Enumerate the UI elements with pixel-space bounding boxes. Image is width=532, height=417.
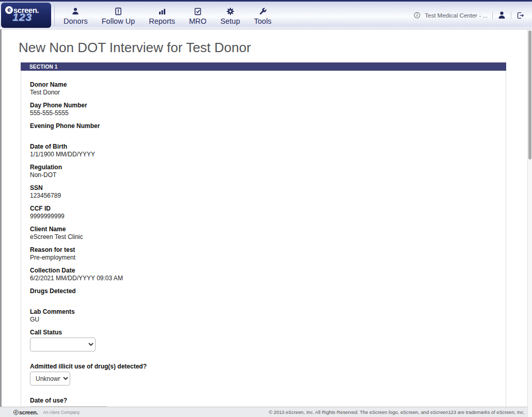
field-label: SSN	[30, 184, 506, 192]
admitted-use-select[interactable]: Unknown	[30, 372, 70, 386]
bar-chart-icon	[158, 7, 166, 16]
header-divider	[54, 5, 55, 26]
main-nav: Donors Follow Up Reports MRO Setup	[64, 2, 272, 29]
page-title: New Non DOT Interview for Test Donor	[19, 40, 527, 56]
field-value: 6/2/2021 MM/DD/YYYY 09:03 AM	[30, 275, 506, 282]
field-value: eScreen Test Clinic	[30, 233, 506, 241]
field-label: Date of Birth	[30, 143, 506, 151]
field-value: 123456789	[30, 192, 506, 200]
nav-item-reports[interactable]: Reports	[149, 6, 175, 25]
field-evening-phone: Evening Phone Number	[30, 122, 506, 138]
divider	[492, 12, 493, 19]
section-1-body: Donor Name Test Donor Day Phone Number 5…	[21, 71, 506, 417]
field-label: Drugs Detected	[30, 287, 506, 295]
field-reason-for-test: Reason for test Pre-employment	[30, 246, 506, 262]
field-label: Reason for test	[30, 246, 506, 254]
section-1-panel: SECTION 1 Donor Name Test Donor Day Phon…	[21, 62, 506, 417]
vertical-scrollbar-track[interactable]	[527, 29, 532, 417]
footer-copyright: © 2013 eScreen, Inc. All Rights Reserved…	[269, 410, 525, 415]
field-label: Day Phone Number	[30, 102, 506, 109]
field-date-of-birth: Date of Birth 1/1/1900 MM/DD/YYYY	[30, 143, 506, 158]
escreen123-logo[interactable]: e screen. 123	[1, 3, 51, 28]
footer-escreen-logo: e screen.	[13, 409, 38, 415]
field-value: Pre-employment	[30, 254, 506, 262]
field-value	[30, 130, 506, 138]
field-label: Regulation	[30, 164, 506, 171]
page-footer: e screen. An Alere Company © 2013 eScree…	[0, 407, 527, 417]
user-icon[interactable]	[497, 11, 506, 20]
nav-label: Donors	[64, 17, 88, 25]
field-label: Collection Date	[30, 267, 506, 275]
nav-item-tools[interactable]: Tools	[254, 6, 272, 25]
field-admitted-illicit-use: Admitted illicit use of drug(s) detected…	[30, 363, 506, 392]
escreen-e-icon: e	[13, 410, 19, 415]
info-icon	[414, 12, 420, 19]
field-collection-date: Collection Date 6/2/2021 MM/DD/YYYY 09:0…	[30, 267, 506, 282]
clipboard-check-icon	[194, 7, 201, 16]
field-value: 9999999999	[30, 213, 506, 220]
field-label: Date of use?	[30, 397, 506, 405]
nav-item-donors[interactable]: Donors	[64, 6, 88, 25]
footer-brand-text: screen.	[19, 409, 38, 415]
nav-label: Follow Up	[102, 17, 135, 25]
nav-item-mro[interactable]: MRO	[189, 6, 207, 25]
call-status-select[interactable]	[30, 338, 96, 351]
logout-icon[interactable]	[516, 11, 525, 20]
field-regulation: Regulation Non-DOT	[30, 164, 506, 179]
field-ccf-id: CCF ID 9999999999	[30, 205, 506, 220]
field-donor-name: Donor Name Test Donor	[30, 81, 506, 97]
nav-label: Reports	[149, 17, 175, 25]
wrench-icon	[259, 7, 267, 16]
field-lab-comments: Lab Comments GU	[30, 308, 506, 324]
gear-icon	[226, 7, 234, 16]
field-label: Lab Comments	[30, 308, 506, 316]
field-label: Donor Name	[30, 81, 506, 89]
field-client-name: Client Name eScreen Test Clinic	[30, 226, 506, 241]
person-icon	[71, 7, 80, 16]
alert-document-icon	[115, 7, 122, 16]
field-value	[30, 295, 506, 303]
vertical-scrollbar-thumb[interactable]	[528, 30, 531, 159]
field-value: Non-DOT	[30, 171, 506, 179]
nav-item-setup[interactable]: Setup	[221, 6, 240, 25]
nav-label: MRO	[189, 17, 207, 25]
account-area: Test Medical Center - ...	[414, 2, 532, 29]
footer-tagline: An Alere Company	[43, 410, 80, 415]
nav-item-follow-up[interactable]: Follow Up	[102, 6, 135, 25]
field-label: CCF ID	[30, 205, 506, 213]
field-value: 555-555-5555	[30, 109, 506, 117]
field-label: Client Name	[30, 226, 506, 233]
window-left-edge	[0, 29, 2, 417]
field-day-phone: Day Phone Number 555-555-5555	[30, 102, 506, 117]
top-navigation-bar: e screen. 123 Donors Follow Up Reports	[0, 0, 532, 29]
field-value: 1/1/1900 MM/DD/YYYY	[30, 151, 506, 158]
field-label: Call Status	[30, 329, 506, 336]
section-1-header: SECTION 1	[21, 62, 506, 71]
field-drugs-detected: Drugs Detected	[30, 287, 506, 303]
nav-label: Setup	[221, 17, 240, 25]
nav-label: Tools	[254, 17, 272, 25]
facility-name[interactable]: Test Medical Center - ...	[425, 12, 488, 19]
escreen-e-icon: e	[5, 6, 13, 14]
main-content: New Non DOT Interview for Test Donor SEC…	[0, 29, 527, 417]
divider	[511, 12, 511, 19]
field-call-status: Call Status	[30, 329, 506, 358]
field-value: Test Donor	[30, 89, 506, 97]
field-label: Evening Phone Number	[30, 122, 506, 130]
field-ssn: SSN 123456789	[30, 184, 506, 200]
field-value: GU	[30, 316, 506, 324]
field-label: Admitted illicit use of drug(s) detected…	[30, 363, 506, 371]
logo-123-text: 123	[12, 11, 51, 23]
